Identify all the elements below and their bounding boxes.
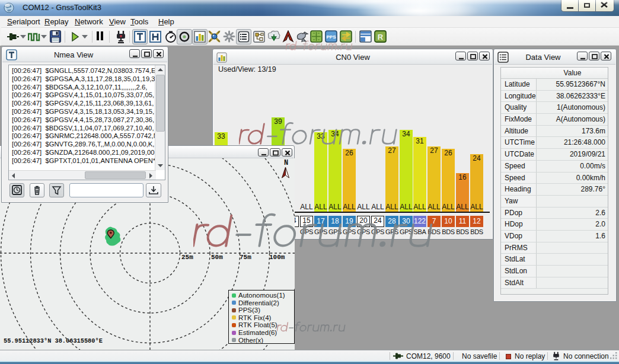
svg-text:R: R [378,33,384,41]
